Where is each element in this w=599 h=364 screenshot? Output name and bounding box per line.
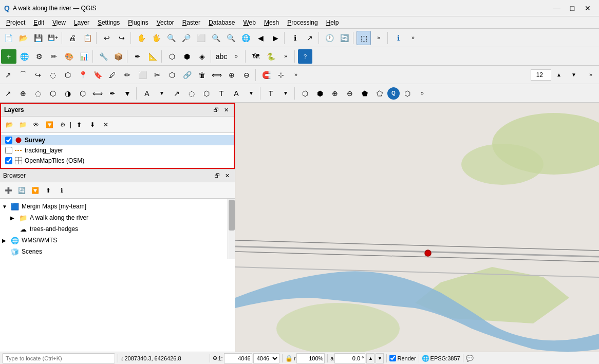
adv4-btn[interactable]: ◌	[46, 68, 60, 82]
nav4-btn[interactable]: ⬡	[46, 86, 60, 101]
layer-item-survey[interactable]: Survey	[1, 135, 234, 145]
nav1-btn[interactable]: ↗	[1, 86, 15, 101]
layout6-btn[interactable]: ⬠	[372, 86, 387, 101]
layout-overflow-btn[interactable]: »	[415, 86, 429, 101]
adv8-btn[interactable]: 🖊	[105, 68, 120, 82]
browser-close-btn[interactable]: ✕	[222, 171, 232, 180]
nav12-btn[interactable]: ◌	[184, 86, 199, 101]
adv16-btn[interactable]: ⊕	[224, 68, 239, 82]
minimize-button[interactable]: —	[550, 2, 564, 14]
layers-filter2-btn[interactable]: ⚙	[57, 119, 69, 131]
overflow2-btn[interactable]: »	[406, 31, 420, 45]
adv3-btn[interactable]: ↪	[31, 68, 45, 82]
nav2-btn[interactable]: ⊕	[16, 86, 30, 101]
help-btn[interactable]: ℹ	[391, 31, 405, 45]
menu-plugins[interactable]: Plugins	[124, 18, 152, 27]
browser-info-btn[interactable]: ℹ	[55, 184, 68, 197]
layers-close-btn[interactable]: ✕	[221, 105, 231, 114]
menu-edit[interactable]: Edit	[29, 18, 48, 27]
adv11-btn[interactable]: ✂	[150, 68, 164, 82]
zoom-next-btn[interactable]: ▶	[268, 31, 283, 45]
layers-down-btn[interactable]: ⬇	[86, 119, 99, 131]
feature-btn[interactable]: ⬡	[165, 49, 179, 64]
trace-btn[interactable]: ⊹	[274, 68, 288, 82]
layout4-btn[interactable]: ⊖	[343, 86, 357, 101]
label-btn[interactable]: abc	[214, 49, 229, 64]
browser-scrollbar[interactable]	[228, 199, 235, 259]
anno-btn[interactable]: T	[264, 86, 278, 101]
toolbar-overflow-end[interactable]: »	[584, 68, 598, 82]
nav14-btn[interactable]: T	[214, 86, 229, 101]
locator-input[interactable]	[2, 353, 115, 363]
adv-overflow-btn[interactable]: »	[289, 68, 303, 82]
layer-plugin-btn[interactable]: ⚙	[32, 49, 46, 64]
tree-item-scenes[interactable]: ▶ 🧊 Scenes	[0, 246, 235, 257]
nav8-btn[interactable]: ✒	[105, 86, 120, 101]
menu-raster[interactable]: Raster	[178, 18, 204, 27]
select-btn[interactable]: ↗	[303, 31, 317, 45]
adv13-btn[interactable]: 🔗	[180, 68, 194, 82]
qgis-logo-btn[interactable]: Q	[387, 87, 400, 100]
browser-add-btn[interactable]: ➕	[2, 184, 14, 197]
data-source-btn[interactable]: 🌐	[17, 49, 31, 64]
nav11-btn[interactable]: ↗	[170, 86, 184, 101]
layout7-btn[interactable]: ⬡	[400, 86, 415, 101]
layer-checkbox-osm[interactable]	[5, 157, 12, 164]
adv2-btn[interactable]: ⌒	[16, 68, 30, 82]
print2-btn[interactable]: 📋	[80, 31, 95, 45]
scale-input[interactable]	[224, 353, 252, 363]
zoom-layer-btn[interactable]: 🔍	[209, 31, 223, 45]
nav13-btn[interactable]: ⬡	[199, 86, 214, 101]
adv5-btn[interactable]: ⬡	[61, 68, 75, 82]
print-btn[interactable]: 🖨	[65, 31, 80, 45]
menu-project[interactable]: Project	[2, 18, 29, 27]
adv14-btn[interactable]: 🗑	[195, 68, 209, 82]
layers-visibility-btn[interactable]: 👁	[30, 119, 42, 131]
feature2-btn[interactable]: ⬢	[180, 49, 194, 64]
rotation-input[interactable]	[531, 69, 551, 81]
overflow-btn[interactable]: »	[371, 31, 386, 45]
layers-filter-btn[interactable]: 🔽	[43, 119, 55, 131]
nav16-btn[interactable]: ▼	[244, 86, 258, 101]
redo-btn[interactable]: ↪	[115, 31, 129, 45]
nav9-btn[interactable]: A	[140, 86, 154, 101]
layout5-btn[interactable]: ⬟	[358, 86, 372, 101]
zoom-prev-btn[interactable]: ◀	[253, 31, 268, 45]
zoom-out-btn[interactable]: 🔎	[179, 31, 193, 45]
menu-web[interactable]: Web	[239, 18, 259, 27]
render-map-btn[interactable]: 🗺	[249, 49, 263, 64]
layout2-btn[interactable]: ⬢	[313, 86, 327, 101]
new-layer-btn[interactable]: +	[1, 49, 16, 64]
style-btn[interactable]: 🎨	[62, 49, 76, 64]
layers-add-group-btn[interactable]: 📁	[16, 119, 29, 131]
clock-btn[interactable]: 🕐	[322, 31, 336, 45]
adv17-btn[interactable]: ⊖	[239, 68, 254, 82]
python-btn[interactable]: 🐍	[264, 49, 278, 64]
adv6-btn[interactable]: 📍	[76, 68, 90, 82]
tree-item-trees[interactable]: ▶ ☁ trees-and-hedges	[0, 223, 235, 235]
nav7-btn[interactable]: ⟺	[90, 86, 105, 101]
zoom-in-btn[interactable]: 🔍	[164, 31, 178, 45]
menu-view[interactable]: View	[48, 18, 70, 27]
angle-down[interactable]: ▼	[376, 353, 384, 363]
scale-dropdown[interactable]: 4046	[253, 353, 279, 363]
close-button[interactable]: ✕	[581, 2, 595, 14]
advanced-digi-btn[interactable]: 📐	[145, 49, 160, 64]
tree-item-wms[interactable]: ▶ 🌐 WMS/WMTS	[0, 235, 235, 246]
tree-item-mergin[interactable]: ▼ 🟦 Mergin Maps [my-team]	[0, 201, 235, 212]
menu-processing[interactable]: Processing	[283, 18, 322, 27]
nav6-btn[interactable]: ⬡	[76, 86, 90, 101]
browser-refresh-btn[interactable]: 🔄	[15, 184, 28, 197]
menu-vector[interactable]: Vector	[153, 18, 178, 27]
help2-btn[interactable]: ?	[298, 49, 312, 64]
pan-map-btn[interactable]: 🖐	[149, 31, 163, 45]
rotation-up[interactable]: ▲	[552, 68, 566, 82]
save-as-btn[interactable]: 💾+	[46, 31, 60, 45]
new-project-btn[interactable]: 📄	[1, 31, 15, 45]
open-project-btn[interactable]: 📂	[16, 31, 30, 45]
browser-filter-btn[interactable]: 🔽	[29, 184, 41, 197]
refresh-btn[interactable]: 🔄	[337, 31, 351, 45]
pan-btn[interactable]: ✋	[134, 31, 148, 45]
nav5-btn[interactable]: ◑	[61, 86, 75, 101]
nav10-btn[interactable]: ▼	[155, 86, 169, 101]
